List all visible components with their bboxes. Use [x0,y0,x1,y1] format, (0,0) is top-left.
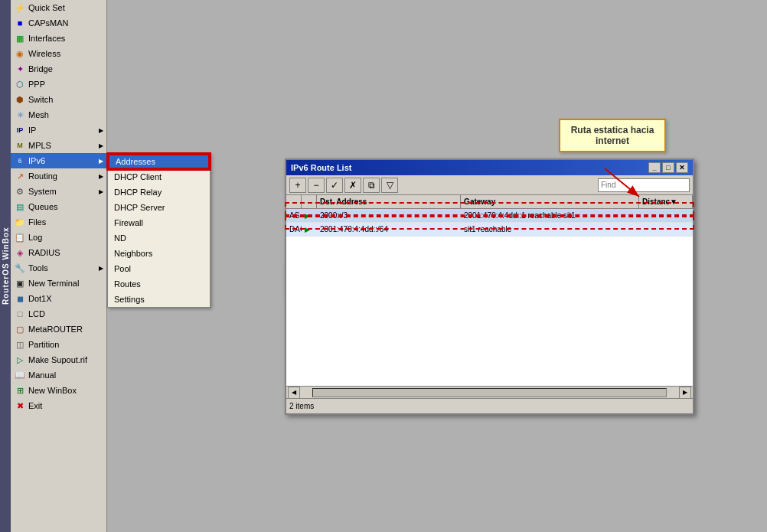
sidebar-label-switch: Switch [28,95,103,104]
sidebar-item-tools[interactable]: 🔧 Tools ▶ [11,260,106,276]
sidebar-item-bridge[interactable]: ✦ Bridge [11,61,106,77]
dot1x-icon: ◼ [14,292,26,305]
routing-icon: ↗ [14,170,26,182]
scrollbar-track[interactable] [312,388,667,397]
row1-dist [639,215,693,217]
submenu-item-addresses[interactable]: Addresses [108,154,210,169]
submenu-item-dhcp-server[interactable]: DHCP Server [108,200,210,215]
make-supout-icon: ▷ [14,354,26,366]
col-header-flags1[interactable] [286,195,302,208]
sidebar-item-wireless[interactable]: ◉ Wireless [11,46,106,61]
submenu-item-settings[interactable]: Settings [108,292,210,307]
system-icon: ⚙ [14,185,26,197]
sidebar-label-bridge: Bridge [28,64,103,73]
capsman-icon: ■ [14,17,26,29]
scroll-right-button[interactable]: ▶ [679,387,691,399]
sidebar-label-capsman: CAPsMAN [28,18,103,28]
col-header-flags2[interactable] [302,195,317,208]
sidebar-label-metarouter: MetaROUTER [28,325,103,334]
switch-icon: ⬢ [14,93,26,106]
submenu-item-firewall[interactable]: Firewall [108,215,210,230]
route-window-content: + − ✓ ✗ ⧉ ▽ Dst. Address Gateway Distanc… [286,175,693,413]
sidebar-label-new-winbox: New WinBox [28,386,103,395]
sidebar-item-dot1x[interactable]: ◼ Dot1X [11,291,106,306]
sidebar-item-exit[interactable]: ✖ Exit [11,398,106,413]
sidebar-item-mesh[interactable]: ✳ Mesh [11,107,106,122]
submenu-item-neighbors[interactable]: Neighbors [108,246,210,261]
col-header-dist[interactable]: Distanc▼ [639,195,693,208]
sidebar-label-log: Log [28,233,103,242]
toolbar-cross-button[interactable]: ✗ [344,178,361,193]
titlebar-close-button[interactable]: ✕ [676,162,688,173]
submenu-dhcp-relay-label: DHCP Relay [114,188,162,197]
sidebar-item-ppp[interactable]: ⬡ PPP [11,77,106,92]
sidebar-item-partition[interactable]: ◫ Partition [11,337,106,352]
bridge-icon: ✦ [14,63,26,75]
sidebar-item-system[interactable]: ⚙ System ▶ [11,184,106,199]
wireless-icon: ◉ [14,47,26,60]
sidebar-item-switch[interactable]: ⬢ Switch [11,92,106,107]
table-row[interactable]: DAC ▶ 2001:470:4:4dd::/64 sit1 reachable [286,223,693,237]
toolbar-check-button[interactable]: ✓ [326,178,343,193]
sidebar-label-radius: RADIUS [28,248,103,257]
submenu-item-pool[interactable]: Pool [108,261,210,276]
sidebar-label-wireless: Wireless [28,49,103,58]
submenu-addresses-label: Addresses [116,157,155,166]
sidebar-item-metarouter[interactable]: ▢ MetaROUTER [11,321,106,337]
sidebar-item-interfaces[interactable]: ▦ Interfaces [11,31,106,46]
col-header-gateway[interactable]: Gateway [461,195,639,208]
toolbar-filter-button[interactable]: ▽ [381,178,398,193]
find-input[interactable] [598,178,690,192]
tools-icon: 🔧 [14,262,26,274]
titlebar-maximize-button[interactable]: □ [662,162,674,173]
ipv6-submenu: Addresses DHCP Client DHCP Relay DHCP Se… [107,153,211,308]
new-winbox-icon: ⊞ [14,384,26,397]
toolbar-add-button[interactable]: + [289,178,306,193]
sidebar-label-ipv6: IPv6 [28,156,97,165]
system-arrow-icon: ▶ [99,188,103,195]
sidebar-label-queues: Queues [28,202,103,211]
submenu-item-dhcp-relay[interactable]: DHCP Relay [108,184,210,200]
route-window-titlebar: IPv6 Route List _ □ ✕ [286,160,693,175]
sidebar-item-quick-set[interactable]: ⚡ Quick Set [11,0,106,15]
sidebar-item-new-terminal[interactable]: ▣ New Terminal [11,276,106,291]
sidebar-item-files[interactable]: 📁 Files [11,214,106,230]
sidebar-label-mesh: Mesh [28,110,103,119]
sidebar-item-manual[interactable]: 📖 Manual [11,367,106,383]
route-rows-area: AS ▶ 2000::/3 2001:470:4:4dd::1 reachabl… [286,209,693,386]
sidebar-item-ip[interactable]: IP IP ▶ [11,122,106,138]
horizontal-scrollbar: ◀ ▶ [286,386,693,398]
ipv6-arrow-icon: ▶ [99,158,103,165]
routing-arrow-icon: ▶ [99,173,103,180]
submenu-neighbors-label: Neighbors [114,249,152,258]
sidebar-item-radius[interactable]: ◈ RADIUS [11,245,106,260]
submenu-dhcp-server-label: DHCP Server [114,203,165,212]
col-header-dst[interactable]: Dst. Address [317,195,461,208]
sidebar-item-make-supout[interactable]: ▷ Make Supout.rif [11,352,106,367]
scroll-left-button[interactable]: ◀ [288,387,300,399]
sidebar-item-log[interactable]: 📋 Log [11,230,106,245]
mpls-arrow-icon: ▶ [99,142,103,149]
sidebar-item-queues[interactable]: ▤ Queues [11,199,106,214]
submenu-item-routes[interactable]: Routes [108,276,210,292]
sidebar-item-lcd[interactable]: □ LCD [11,306,106,321]
sidebar-item-ipv6[interactable]: 6 IPv6 ▶ [11,153,106,168]
sidebar-item-new-winbox[interactable]: ⊞ New WinBox [11,383,106,398]
find-box [598,178,690,192]
toolbar-copy-button[interactable]: ⧉ [363,178,380,193]
row1-flag2: ▶ [302,211,317,220]
table-row[interactable]: AS ▶ 2000::/3 2001:470:4:4dd::1 reachabl… [286,209,693,223]
titlebar-buttons: _ □ ✕ [648,162,688,173]
sidebar-label-quick-set: Quick Set [28,3,103,12]
titlebar-minimize-button[interactable]: _ [648,162,661,173]
route-window-title: IPv6 Route List [291,163,648,172]
row2-dist [639,229,693,230]
submenu-item-dhcp-client[interactable]: DHCP Client [108,169,210,184]
sidebar-item-capsman[interactable]: ■ CAPsMAN [11,15,106,31]
route-toolbar: + − ✓ ✗ ⧉ ▽ [286,175,693,195]
sidebar-item-routing[interactable]: ↗ Routing ▶ [11,168,106,184]
toolbar-remove-button[interactable]: − [308,178,325,193]
route-status-text: 2 items [289,402,314,410]
submenu-item-nd[interactable]: ND [108,230,210,246]
sidebar-item-mpls[interactable]: M MPLS ▶ [11,138,106,153]
